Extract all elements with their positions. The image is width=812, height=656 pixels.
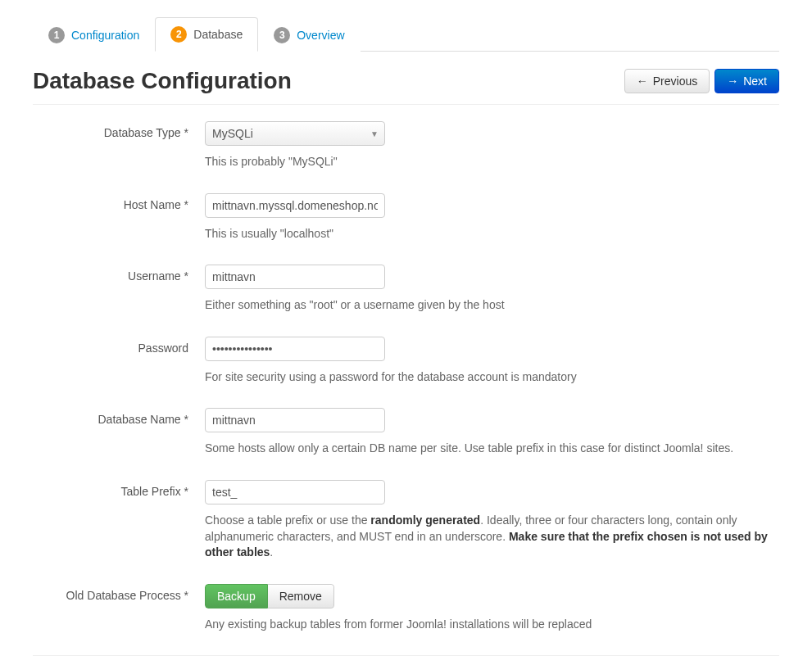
host-name-input[interactable]: [205, 193, 385, 218]
field-table-prefix: Table Prefix * Choose a table prefix or …: [33, 480, 779, 561]
table-prefix-input[interactable]: [205, 480, 385, 504]
field-label: Database Type *: [33, 121, 205, 170]
tab-configuration[interactable]: 1 Configuration: [33, 17, 155, 52]
help-text: Some hosts allow only a certain DB name …: [205, 441, 779, 457]
help-text: Any existing backup tables from former J…: [205, 617, 779, 633]
field-username: Username * Either something as "root" or…: [33, 265, 779, 314]
button-label: Next: [743, 75, 767, 88]
next-button[interactable]: → Next: [714, 69, 779, 93]
page-title: Database Configuration: [33, 68, 292, 94]
tab-number-badge: 1: [48, 27, 65, 43]
tab-label: Database: [193, 28, 243, 41]
help-text: Choose a table prefix or use the randoml…: [205, 513, 779, 561]
field-label: Password: [33, 337, 205, 386]
username-input[interactable]: [205, 265, 385, 289]
help-text: Either something as "root" or a username…: [205, 297, 779, 314]
field-database-type: Database Type * MySQLi ▼ This is probabl…: [33, 121, 779, 170]
field-label: Table Prefix *: [33, 480, 205, 561]
database-name-input[interactable]: [205, 408, 385, 432]
help-text: For site security using a password for t…: [205, 369, 779, 386]
help-text: This is usually "localhost": [205, 226, 779, 242]
tab-label: Configuration: [71, 29, 139, 42]
backup-button[interactable]: Backup: [205, 584, 268, 608]
field-password: Password For site security using a passw…: [33, 337, 779, 386]
field-label: Host Name *: [33, 193, 205, 242]
button-label: Previous: [653, 75, 697, 88]
old-db-toggle-group: Backup Remove: [205, 584, 334, 608]
remove-button[interactable]: Remove: [268, 584, 334, 608]
field-database-name: Database Name * Some hosts allow only a …: [33, 408, 779, 457]
tab-number-badge: 3: [274, 27, 290, 43]
field-label: Database Name *: [33, 408, 205, 457]
previous-button[interactable]: ← Previous: [624, 69, 710, 93]
field-old-database-process: Old Database Process * Backup Remove Any…: [33, 584, 779, 633]
header-button-group: ← Previous → Next: [624, 69, 779, 93]
field-label: Username *: [33, 265, 205, 314]
tab-database[interactable]: 2 Database: [155, 17, 258, 52]
header-row: Database Configuration ← Previous → Next: [33, 68, 779, 94]
wizard-tabs: 1 Configuration 2 Database 3 Overview: [33, 16, 779, 52]
tab-label: Overview: [297, 29, 344, 42]
database-type-select[interactable]: MySQLi: [205, 121, 385, 146]
field-host-name: Host Name * This is usually "localhost": [33, 193, 779, 242]
password-input[interactable]: [205, 337, 385, 361]
tab-number-badge: 2: [170, 26, 187, 43]
divider: [33, 104, 779, 105]
tab-overview[interactable]: 3 Overview: [258, 17, 360, 52]
field-label: Old Database Process *: [33, 584, 205, 633]
help-text: This is probably "MySQLi": [205, 154, 779, 170]
arrow-right-icon: →: [727, 75, 738, 88]
arrow-left-icon: ←: [637, 75, 648, 88]
